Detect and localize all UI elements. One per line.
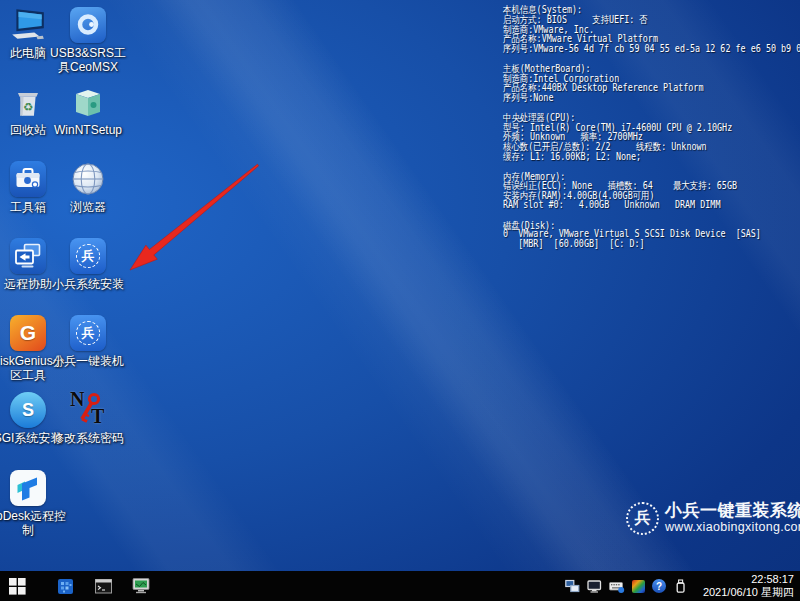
info-line: 产品名称:440BX Desktop Reference Platform bbox=[503, 81, 800, 91]
desktop-icon-xiaobing-system-install[interactable]: 兵 小兵系统安装 bbox=[48, 236, 128, 291]
winntsetup-icon bbox=[70, 82, 106, 122]
info-line: 安装内存(RAM):4.00GB(4.00GB可用) bbox=[503, 189, 800, 199]
red-pointer-arrow bbox=[118, 155, 268, 280]
clock-time: 22:58:17 bbox=[690, 573, 794, 586]
network-tray-icon[interactable] bbox=[565, 579, 580, 594]
xiaobing-watermark-logo-icon: 兵 bbox=[626, 502, 659, 535]
this-pc-icon bbox=[9, 5, 47, 45]
desktop-icon-label: 小兵系统安装 bbox=[48, 277, 128, 291]
info-line: 型号: Intel(R) Core(TM) i7-4600U CPU @ 2.1… bbox=[503, 121, 800, 131]
desktop-icon-winntsetup[interactable]: WinNTSetup bbox=[48, 82, 128, 137]
taskbar-clock[interactable]: 22:58:17 2021/06/10 星期四 bbox=[690, 573, 794, 599]
desktop-icon-xiaobing-onekey-install[interactable]: 兵 小兵一键装机 bbox=[48, 313, 128, 368]
display-tray-icon[interactable] bbox=[587, 579, 602, 594]
screen: 此电脑 USB3&SRS工具CeoMSX ♻ bbox=[0, 0, 800, 601]
info-line: [MBR] [60.00GB] [C: D:] bbox=[503, 238, 800, 248]
info-line: 启动方式: BIOS 支持UEFI: 否 bbox=[503, 13, 800, 23]
pe-tool-app-button[interactable] bbox=[46, 571, 84, 601]
info-line: 内存(Memory): bbox=[503, 170, 800, 180]
input-method-tray-icon[interactable] bbox=[609, 579, 625, 594]
desktop-background: 此电脑 USB3&SRS工具CeoMSX ♻ bbox=[0, 0, 800, 571]
desktop-icon-label: 浏览器 bbox=[48, 200, 128, 214]
info-line: 制造商:VMware, Inc. bbox=[503, 23, 800, 33]
info-line: RAM slot #0: 4.00GB Unknown DRAM DIMM bbox=[503, 199, 800, 209]
desktop-icon-label: ToDesk远程控制 bbox=[0, 509, 68, 538]
desktop-icon-usb3-srs-tool[interactable]: USB3&SRS工具CeoMSX bbox=[48, 5, 128, 75]
watermark-url: www.xiaobingxitong.com bbox=[665, 520, 800, 535]
browser-globe-icon bbox=[70, 159, 106, 199]
info-line: 错误纠正(ECC): None 插槽数: 64 最大支持: 65GB bbox=[503, 179, 800, 189]
recycle-bin-icon: ♻ bbox=[9, 82, 47, 122]
taskbar: ? 22:58:17 2021/06/10 星期四 bbox=[0, 571, 800, 601]
desktop-icon-label: WinNTSetup bbox=[48, 123, 128, 137]
xiaobing-logo-icon: 兵 bbox=[70, 236, 106, 276]
xiaobing-logo-icon: 兵 bbox=[70, 313, 106, 353]
desktop-icon-label: 小兵一键装机 bbox=[48, 354, 128, 368]
info-line: 本机信息(System): bbox=[503, 3, 800, 13]
info-line: 序列号:VMware-56 4d 7f cb 59 04 55 ed-5a 12… bbox=[503, 42, 800, 52]
info-line: 中央处理器(CPU): bbox=[503, 111, 800, 121]
watermark-title: 小兵一键重装系统 bbox=[665, 501, 800, 520]
sgi-icon: S bbox=[10, 390, 46, 430]
color-depth-tray-icon[interactable] bbox=[632, 580, 645, 593]
nt-password-key-icon: N T bbox=[68, 390, 108, 430]
desktop-icon-todesk[interactable]: ToDesk远程控制 bbox=[0, 468, 68, 538]
remote-assist-icon bbox=[10, 236, 46, 276]
svg-text:♻: ♻ bbox=[23, 100, 33, 113]
desktop-icon-change-password[interactable]: N T 修改系统密码 bbox=[48, 390, 128, 445]
info-line: 产品名称:VMware Virtual Platform bbox=[503, 32, 800, 42]
display-settings-app-button[interactable] bbox=[122, 571, 160, 601]
info-line: 核心数(已开启/总数): 2/2 线程数: Unknown bbox=[503, 140, 800, 150]
toolbox-icon bbox=[10, 159, 46, 199]
info-line: 制造商:Intel Corporation bbox=[503, 72, 800, 82]
clock-date: 2021/06/10 星期四 bbox=[690, 586, 794, 599]
todesk-icon bbox=[10, 468, 46, 508]
monitor-icon bbox=[132, 577, 150, 595]
command-prompt-icon bbox=[95, 578, 112, 595]
usb3-srs-tool-icon bbox=[70, 5, 106, 45]
desktop-icon-label: 修改系统密码 bbox=[48, 431, 128, 445]
usb-tray-icon[interactable] bbox=[673, 579, 688, 594]
system-tray: ? bbox=[565, 571, 688, 601]
windows-logo-icon bbox=[9, 578, 26, 595]
info-line: 0 VMware, VMware Virtual S SCSI Disk Dev… bbox=[503, 228, 800, 238]
pe-cube-icon bbox=[57, 578, 74, 595]
desktop-icon-label: USB3&SRS工具CeoMSX bbox=[48, 46, 128, 75]
start-button[interactable] bbox=[0, 571, 34, 601]
watermark: 兵 小兵一键重装系统 www.xiaobingxitong.com bbox=[626, 501, 800, 535]
diskgenius-icon: G bbox=[10, 313, 46, 353]
desktop-icon-browser[interactable]: 浏览器 bbox=[48, 159, 128, 214]
info-line: 主板(MotherBoard): bbox=[503, 62, 800, 72]
info-line: 磁盘(Disk): bbox=[503, 219, 800, 229]
cmd-app-button[interactable] bbox=[84, 571, 122, 601]
help-tray-icon[interactable]: ? bbox=[652, 579, 666, 593]
info-line bbox=[503, 209, 800, 219]
system-info-panel: 本机信息(System):启动方式: BIOS 支持UEFI: 否制造商:VMw… bbox=[503, 3, 800, 248]
